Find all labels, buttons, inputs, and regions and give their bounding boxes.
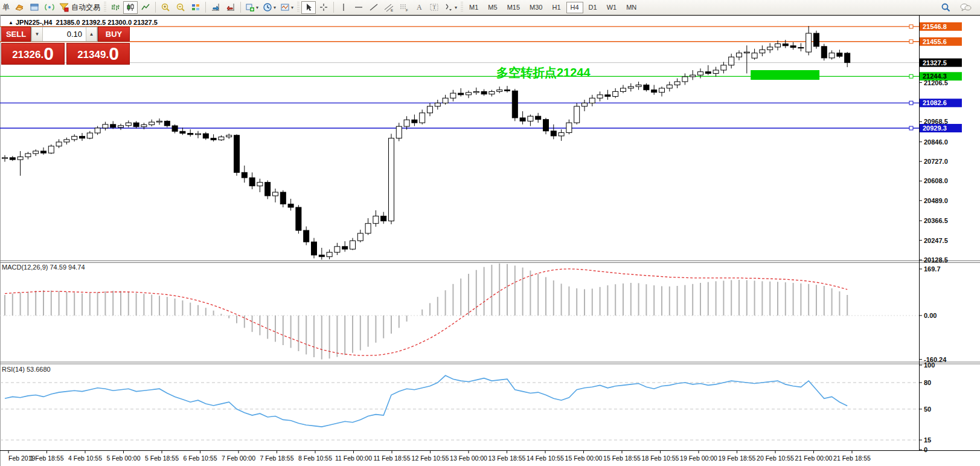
line-handle[interactable] [909, 40, 913, 44]
green-rectangle-object[interactable] [751, 70, 819, 80]
bull-candle-body [674, 82, 680, 85]
timeframe-M1[interactable]: M1 [465, 2, 482, 13]
cursor-icon[interactable] [301, 1, 316, 14]
vertical-line-icon[interactable] [336, 1, 351, 14]
equidistant-channel-icon[interactable]: E [382, 1, 396, 14]
toolbar-separator [240, 2, 241, 13]
line-handle[interactable] [909, 126, 913, 130]
line-handle[interactable] [909, 74, 913, 78]
line-handle[interactable] [909, 101, 913, 105]
bull-candle-body [613, 91, 618, 96]
auto-scroll-icon[interactable] [208, 1, 223, 14]
bear-candle-body [644, 85, 649, 90]
bear-candle-body [312, 242, 317, 255]
mt4-application: 单 自动交易 ▾ ▾ ▾ E F A T ▾ M1M [0, 0, 980, 466]
timeframe-M5[interactable]: M5 [484, 2, 501, 13]
bear-candle-body [342, 247, 348, 249]
signal-icon[interactable] [42, 1, 57, 14]
bull-candle-body [103, 125, 108, 128]
toolbar-grip [461, 2, 463, 13]
bear-candle-body [505, 90, 510, 91]
bear-candle-body [458, 93, 464, 95]
timeframe-H1[interactable]: H1 [548, 2, 565, 13]
time-tick-label: 5 Feb 18:55 [145, 455, 179, 462]
bull-candle-body [582, 103, 588, 106]
sell-button[interactable]: SELL [1, 27, 31, 42]
chat-icon[interactable] [958, 1, 973, 14]
bull-candle-body [95, 128, 100, 133]
text-icon[interactable]: A [412, 1, 426, 14]
timeframe-M15[interactable]: M15 [503, 2, 524, 13]
bear-candle-body [412, 120, 417, 123]
toolbar-grip [104, 2, 106, 13]
buy-price-button[interactable]: 21349.0 [66, 43, 130, 65]
time-tick-label: 7 Feb 00:00 [222, 455, 255, 462]
timeframe-W1[interactable]: W1 [603, 2, 621, 13]
bear-candle-body [814, 33, 819, 47]
time-tick-label: 11 Feb 00:00 [335, 455, 372, 462]
toolbar-separator [155, 2, 156, 13]
bull-candle-body [389, 138, 394, 221]
line-chart-icon[interactable] [138, 1, 153, 14]
funnel-icon [59, 2, 69, 12]
periods-dropdown[interactable]: ▾ [261, 1, 278, 14]
time-tick-label: 5 Feb 00:00 [106, 455, 140, 462]
arrows-dropdown[interactable]: ▾ [442, 1, 459, 14]
timeframe-group: M1M5M15M30H1H4D1W1MN [465, 2, 641, 13]
bull-candle-body [64, 140, 69, 142]
chart-window-icon[interactable] [27, 1, 42, 14]
toolbar-separator [333, 2, 334, 13]
volume-input[interactable]: 0.10 [43, 27, 86, 41]
bear-candle-body [381, 216, 386, 221]
volume-decrease-button[interactable]: ▼ [31, 27, 43, 41]
auto-trading-button[interactable]: 自动交易 [57, 1, 102, 14]
timeframe-D1[interactable]: D1 [584, 2, 601, 13]
fibonacci-icon[interactable]: F [397, 1, 411, 14]
crosshair-icon[interactable] [316, 1, 331, 14]
trend-line-icon[interactable] [367, 1, 381, 14]
rsi-label: RSI(14) 53.6680 [2, 366, 51, 373]
text-label-icon[interactable]: T [427, 1, 441, 14]
rsi-axis-label: 0 [924, 446, 927, 453]
chart-canvas[interactable]: 多空转折点2124421206.520968.520846.020727.020… [0, 15, 980, 466]
new-order-label: 单 [2, 2, 10, 13]
templates-dropdown[interactable]: ▾ [278, 1, 295, 14]
chart-shift-icon[interactable] [223, 1, 238, 14]
timeframe-H4[interactable]: H4 [566, 2, 583, 13]
bull-candle-body [628, 86, 633, 88]
bull-candle-body [72, 136, 77, 139]
zoom-in-icon[interactable] [158, 1, 173, 14]
timeframe-M30[interactable]: M30 [525, 2, 546, 13]
price-tick-label: 20608.0 [924, 177, 948, 184]
bull-candle-body [118, 126, 124, 128]
price-tick-label: 20489.0 [924, 197, 948, 204]
zoom-out-icon[interactable] [173, 1, 188, 14]
buy-button[interactable]: BUY [98, 27, 130, 42]
line-handle[interactable] [909, 25, 913, 28]
bull-candle-body [589, 98, 595, 103]
sell-price-button[interactable]: 21326.0 [1, 43, 65, 65]
bull-candle-body [737, 53, 742, 57]
book-icon[interactable] [12, 1, 27, 14]
bull-candle-body [760, 50, 765, 53]
bar-chart-icon[interactable] [108, 1, 123, 14]
tile-windows-icon[interactable] [188, 1, 203, 14]
volume-increase-button[interactable]: ▲ [86, 27, 97, 41]
new-order-button[interactable]: 单 [1, 1, 11, 14]
price-badge-label: 21244.3 [923, 73, 947, 80]
time-tick-label: 6 Feb 10:55 [183, 455, 217, 462]
bull-candle-body [126, 123, 131, 126]
bull-candle-body [636, 85, 641, 87]
horizontal-line-icon[interactable] [351, 1, 366, 14]
chinese-annotation[interactable]: 多空转折点21244 [496, 66, 591, 79]
bear-candle-body [41, 151, 46, 153]
bear-candle-body [543, 120, 549, 131]
new-chart-dropdown[interactable]: ▾ [243, 1, 260, 14]
timeframe-MN[interactable]: MN [622, 2, 641, 13]
bull-candle-body [752, 53, 757, 58]
svg-text:T: T [433, 4, 437, 10]
toolbar-grip [297, 2, 299, 13]
candlestick-chart-icon[interactable] [123, 1, 138, 14]
price-tick-label: 20366.5 [924, 217, 948, 224]
search-icon[interactable] [938, 1, 953, 14]
